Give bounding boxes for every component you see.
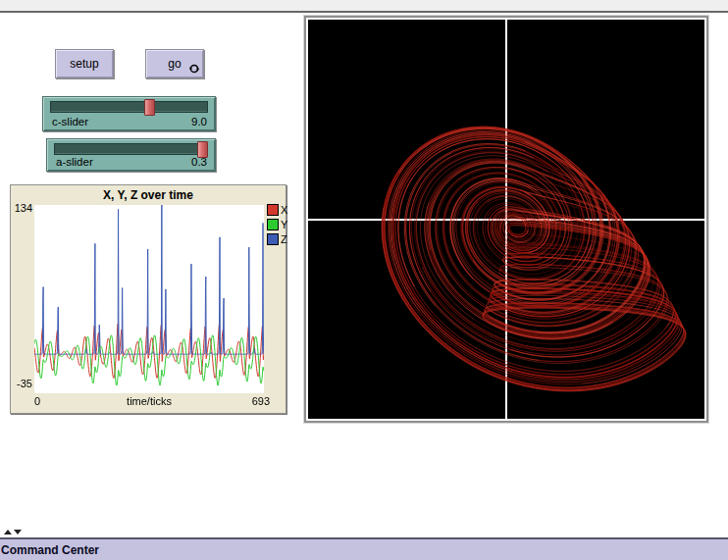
plot-canvas <box>34 205 264 393</box>
world-view-frame <box>304 16 708 423</box>
command-center-title: Command Center <box>1 543 99 557</box>
legend-swatch-z-icon <box>267 233 279 245</box>
plot-title: X, Y, Z over time <box>11 188 286 202</box>
a-slider-track[interactable] <box>54 143 208 155</box>
a-slider[interactable]: a-slider 0.3 <box>46 138 216 172</box>
c-slider-label: c-slider <box>52 116 88 127</box>
window-toolbar-strip <box>0 0 728 13</box>
setup-button-label: setup <box>70 57 98 71</box>
legend-item-y: Y <box>267 219 287 229</box>
legend-swatch-x-icon <box>267 204 279 216</box>
a-slider-label: a-slider <box>56 156 93 168</box>
plot-xmax-label: 693 <box>252 395 270 407</box>
legend-item-x: X <box>267 204 287 215</box>
legend-item-z: Z <box>267 233 287 244</box>
command-center-bar[interactable]: Command Center <box>0 537 728 560</box>
go-button[interactable]: go <box>145 49 204 78</box>
plot-legend: X Y Z <box>267 204 287 248</box>
c-slider-handle[interactable] <box>144 99 155 116</box>
plot-ymin-label: -35 <box>12 378 32 389</box>
setup-button[interactable]: setup <box>55 49 114 78</box>
plot-ymax-label: 134 <box>12 202 32 214</box>
c-slider-track[interactable] <box>50 101 208 113</box>
legend-swatch-y-icon <box>267 219 279 230</box>
c-slider[interactable]: c-slider 9.0 <box>42 96 216 131</box>
command-center-collapse-icon[interactable] <box>14 530 22 535</box>
plot-widget: X, Y, Z over time 134 -35 0 time/ticks 6… <box>10 184 286 414</box>
legend-label-y: Y <box>281 219 287 230</box>
world-view-canvas[interactable] <box>308 20 704 419</box>
legend-label-z: Z <box>281 233 287 245</box>
plot-xaxis-title: time/ticks <box>34 395 264 407</box>
c-slider-value: 9.0 <box>191 116 207 127</box>
forever-icon <box>188 63 200 75</box>
legend-label-x: X <box>281 204 287 216</box>
command-center-expand-icon[interactable] <box>4 530 12 535</box>
a-slider-value: 0.3 <box>191 156 207 168</box>
go-button-label: go <box>168 57 181 71</box>
